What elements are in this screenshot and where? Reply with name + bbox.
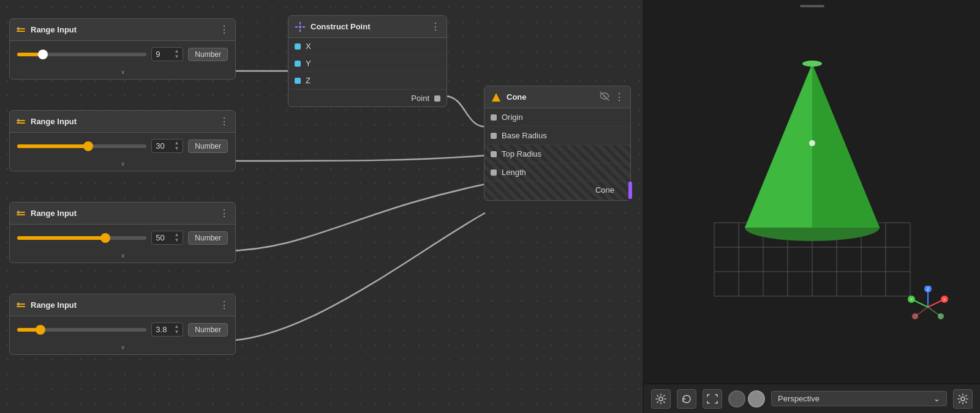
cone-label-topradius: Top Radius: [502, 149, 541, 158]
number-label-btn-3[interactable]: Number: [188, 231, 228, 245]
slider-track-2[interactable]: [17, 144, 146, 148]
svg-point-46: [912, 313, 918, 319]
axis-gizmo: Z X Y: [907, 286, 949, 329]
slider-track-4[interactable]: [17, 328, 146, 332]
viewport-gear-btn[interactable]: [953, 389, 973, 409]
cone-hide-icon[interactable]: [600, 91, 609, 103]
range-input-node-3: Range Input ⋮ 50 ▲ ▼ Number ∨: [9, 202, 236, 263]
range-icon-2: [16, 117, 26, 127]
spin-down-1[interactable]: ▼: [174, 54, 179, 59]
cone-port-topradius: [491, 151, 497, 157]
range-input-menu-1[interactable]: ⋮: [219, 24, 229, 35]
construct-point-node: Construct Point ⋮ X Y Z Point: [288, 15, 447, 107]
svg-text:X: X: [943, 297, 946, 302]
slider-track-1[interactable]: [17, 53, 146, 56]
chevron-row-3[interactable]: ∨: [10, 251, 235, 262]
range-icon-4: [16, 300, 26, 310]
svg-rect-2: [18, 27, 19, 31]
spinners-4: ▲ ▼: [174, 324, 179, 335]
cone-menu[interactable]: ⋮: [614, 91, 624, 103]
range-input-body-4: 3.8 ▲ ▼ Number: [10, 316, 235, 343]
number-label-btn-4[interactable]: Number: [188, 323, 228, 337]
cone-node: Cone ⋮ Origin Base Radius Top Radius: [484, 86, 631, 201]
cp-label-x: X: [306, 42, 311, 51]
svg-text:Z: Z: [927, 287, 930, 291]
svg-point-48: [938, 313, 944, 319]
range-input-header-1: Range Input ⋮: [10, 19, 235, 41]
cone-label-length: Length: [502, 168, 526, 177]
cone-input-baseradius: Base Radius: [484, 127, 630, 145]
viewport-toolbar: Perspective ⌄: [644, 384, 980, 413]
viewport-settings-btn[interactable]: [651, 389, 671, 409]
number-value-1: 9: [156, 50, 160, 59]
number-label-btn-1[interactable]: Number: [188, 48, 228, 61]
range-input-header-2: Range Input ⋮: [10, 111, 235, 133]
svg-point-34: [802, 61, 822, 67]
perspective-arrow: ⌄: [933, 394, 940, 403]
spin-down-2[interactable]: ▼: [174, 146, 179, 151]
svg-rect-5: [18, 119, 19, 122]
spin-down-3[interactable]: ▼: [174, 238, 179, 243]
viewport-refresh-btn[interactable]: [677, 389, 696, 409]
svg-point-12: [299, 26, 301, 28]
range-input-body-3: 50 ▲ ▼ Number: [10, 225, 235, 251]
cp-input-z: Z: [288, 72, 447, 89]
range-input-header-3: Range Input ⋮: [10, 203, 235, 225]
number-value-3: 50: [156, 233, 164, 242]
range-input-menu-4[interactable]: ⋮: [219, 299, 229, 311]
shading-solid-btn[interactable]: [728, 390, 745, 407]
range-input-menu-2[interactable]: ⋮: [219, 116, 229, 127]
cone-label-origin: Origin: [502, 113, 523, 122]
cp-port-y: [295, 61, 301, 67]
cp-port-x: [295, 43, 301, 50]
range-input-menu-3[interactable]: ⋮: [219, 207, 229, 219]
range-input-node-4: Range Input ⋮ 3.8 ▲ ▼ Number ∨: [9, 294, 236, 355]
chevron-row-2[interactable]: ∨: [10, 159, 235, 171]
spinners-1: ▲ ▼: [174, 49, 179, 59]
range-input-header-4: Range Input ⋮: [10, 294, 235, 316]
spin-up-4[interactable]: ▲: [174, 324, 179, 329]
cone-hatched-area: Top Radius Length Cone: [484, 145, 630, 200]
range-input-title-2: Range Input: [31, 117, 214, 126]
range-input-title-1: Range Input: [31, 25, 214, 34]
construct-point-menu[interactable]: ⋮: [431, 21, 440, 32]
chevron-row-1[interactable]: ∨: [10, 67, 235, 79]
number-box-4[interactable]: 3.8 ▲ ▼: [151, 322, 183, 337]
spin-down-4[interactable]: ▼: [174, 330, 179, 335]
shading-buttons: [728, 390, 765, 407]
svg-text:Y: Y: [910, 297, 913, 302]
number-label-btn-2[interactable]: Number: [188, 140, 228, 153]
cone-input-topradius: Top Radius: [484, 145, 630, 163]
svg-rect-11: [18, 302, 19, 306]
number-box-1[interactable]: 9 ▲ ▼: [151, 47, 183, 61]
cone-output-label: Cone: [595, 185, 614, 195]
shading-rendered-btn[interactable]: [748, 390, 765, 407]
node-editor: Range Input ⋮ 9 ▲ ▼ Number ∨ Rang: [0, 0, 643, 413]
viewport-frame-btn[interactable]: [703, 389, 722, 409]
number-box-3[interactable]: 50 ▲ ▼: [151, 231, 183, 245]
construct-point-header: Construct Point ⋮: [288, 16, 447, 38]
number-box-2[interactable]: 30 ▲ ▼: [151, 139, 183, 153]
cone-label-baseradius: Base Radius: [502, 131, 547, 140]
number-value-2: 30: [156, 141, 164, 151]
construct-point-title: Construct Point: [311, 22, 426, 31]
chevron-row-4[interactable]: ∨: [10, 343, 235, 354]
svg-point-50: [961, 397, 965, 401]
slider-track-3[interactable]: [17, 236, 146, 240]
spin-up-3[interactable]: ▲: [174, 233, 179, 237]
cone-node-body: Origin Base Radius Top Radius Length Con…: [484, 108, 630, 200]
viewport-scene: Z X Y: [644, 0, 980, 384]
cp-input-x: X: [288, 38, 447, 55]
cp-label-z: Z: [306, 76, 311, 85]
svg-rect-1: [17, 31, 25, 32]
svg-marker-33: [812, 64, 880, 228]
spin-up-1[interactable]: ▲: [174, 49, 179, 54]
perspective-dropdown[interactable]: Perspective ⌄: [771, 391, 947, 406]
cone-port-origin: [491, 114, 497, 121]
cone-title: Cone: [507, 92, 591, 102]
svg-rect-10: [17, 306, 25, 307]
number-value-4: 3.8: [156, 325, 167, 334]
spinners-3: ▲ ▼: [174, 233, 179, 243]
spin-up-2[interactable]: ▲: [174, 141, 179, 146]
cone-port-baseradius: [491, 133, 497, 139]
